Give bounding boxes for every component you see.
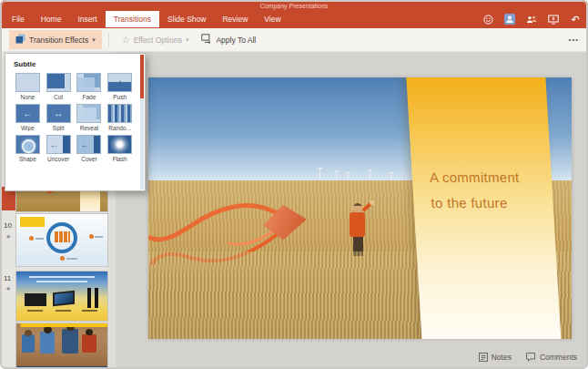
child-head bbox=[353, 203, 362, 212]
tab-transitions[interactable]: Transitions bbox=[106, 11, 159, 27]
thumb-speaker bbox=[95, 288, 98, 308]
header-icons: ↶ bbox=[482, 14, 581, 25]
gallery-scrollbar-thumb[interactable] bbox=[140, 55, 144, 98]
tile-label: Push bbox=[106, 94, 134, 100]
wind-turbine bbox=[319, 169, 320, 180]
transition-tile-shape[interactable]: Shape bbox=[14, 135, 42, 162]
current-slide[interactable]: A commitment to the future bbox=[148, 77, 572, 339]
user-presence-icon[interactable] bbox=[504, 14, 515, 25]
split-transition-icon: ↔ bbox=[46, 104, 71, 123]
infographic-dash bbox=[95, 236, 103, 238]
effect-options-label: Effect Options bbox=[134, 36, 182, 45]
effect-options-button[interactable]: ☆ Effect Options ▾ bbox=[116, 32, 196, 48]
comments-label: Comments bbox=[540, 353, 577, 362]
tab-file[interactable]: File bbox=[4, 11, 33, 27]
child-hand bbox=[370, 200, 374, 205]
slide-editing-canvas: A commitment to the future Notes Comment… bbox=[116, 52, 588, 369]
thumb-person-head bbox=[86, 329, 93, 335]
tile-label: Split bbox=[45, 125, 73, 131]
ribbon-tab-row: File Home Insert Transitions Slide Show … bbox=[4, 10, 581, 28]
transition-tile-random[interactable]: Rando... bbox=[106, 104, 134, 131]
infographic-dash bbox=[35, 238, 44, 240]
thumb-person bbox=[22, 334, 35, 353]
thumb-person-head bbox=[44, 326, 52, 333]
infographic-dot bbox=[60, 256, 65, 261]
tab-view[interactable]: View bbox=[256, 11, 289, 27]
slide-number-11: 11 bbox=[4, 274, 11, 282]
chevron-down-icon: ▾ bbox=[186, 36, 189, 44]
tile-label: None bbox=[14, 94, 42, 100]
tile-label: Fade bbox=[76, 94, 104, 100]
window-title: Company Presentations bbox=[0, 0, 588, 9]
apply-to-all-label: Apply To All bbox=[216, 36, 256, 45]
transition-effects-button[interactable]: Transition Effects ▾ bbox=[9, 30, 102, 49]
notes-button[interactable]: Notes bbox=[479, 353, 512, 362]
transition-tile-wipe[interactable]: ← Wipe bbox=[14, 104, 42, 131]
transition-tile-none[interactable]: None bbox=[14, 73, 42, 100]
chevron-down-icon: ▾ bbox=[92, 36, 96, 44]
gallery-section-title: Subtle bbox=[5, 54, 145, 68]
transition-effects-label: Transition Effects bbox=[29, 36, 88, 45]
slide-title-text: A commitment to the future bbox=[429, 165, 553, 216]
infographic-dash bbox=[66, 258, 77, 260]
child-shirt bbox=[350, 212, 365, 237]
transition-star-icon: ★ bbox=[5, 285, 11, 292]
transition-tile-cut[interactable]: Cut bbox=[45, 73, 73, 100]
thumb-product-label bbox=[27, 310, 43, 312]
undo-icon[interactable]: ↶ bbox=[570, 14, 581, 25]
thumb-title-line bbox=[36, 281, 87, 282]
push-transition-icon: ↑ bbox=[107, 73, 132, 92]
cut-transition-icon bbox=[46, 73, 71, 92]
notes-label: Notes bbox=[492, 353, 512, 362]
wind-turbine bbox=[336, 171, 337, 180]
transition-tile-cover[interactable]: ← Cover bbox=[76, 135, 104, 162]
transition-tile-split[interactable]: ↔ Split bbox=[45, 104, 73, 131]
present-display-icon[interactable] bbox=[548, 14, 559, 25]
toolbar-overflow-button[interactable]: ••• bbox=[569, 36, 579, 44]
cover-transition-icon: ← bbox=[76, 135, 101, 154]
thumb-title-line bbox=[29, 276, 95, 278]
toolbar-divider bbox=[108, 33, 109, 47]
thumb-person bbox=[82, 334, 96, 353]
tile-label: Rando... bbox=[106, 125, 134, 131]
tab-insert[interactable]: Insert bbox=[69, 11, 105, 27]
slide-10-thumbnail[interactable] bbox=[16, 272, 107, 321]
transition-tile-push[interactable]: ↑ Push bbox=[106, 73, 134, 100]
thumb-product-label bbox=[56, 310, 71, 312]
shape-transition-icon bbox=[15, 135, 40, 154]
feedback-smiley-icon[interactable] bbox=[482, 14, 493, 25]
comments-icon bbox=[526, 353, 536, 362]
slide-title-line2: to the future bbox=[431, 190, 554, 216]
share-icon[interactable] bbox=[526, 14, 537, 25]
wipe-transition-icon: ← bbox=[15, 104, 40, 123]
tab-slide-show[interactable]: Slide Show bbox=[159, 11, 215, 27]
tab-home[interactable]: Home bbox=[33, 11, 70, 27]
infographic-grid bbox=[55, 231, 70, 242]
infographic-tag bbox=[20, 217, 45, 227]
transitions-toolbar: Transition Effects ▾ ☆ Effect Options ▾ … bbox=[0, 28, 588, 52]
slide-9-thumbnail[interactable] bbox=[16, 214, 107, 266]
tile-label: Shape bbox=[14, 156, 42, 162]
status-bar: Notes Comments bbox=[479, 353, 577, 362]
tile-label: Uncover bbox=[45, 156, 73, 162]
gallery-scrollbar[interactable] bbox=[140, 55, 144, 190]
transition-tiles-grid: None Cut Fade ↑ Push ← Wipe ↔ Split bbox=[5, 68, 145, 162]
transition-tile-uncover[interactable]: ← Uncover bbox=[45, 135, 73, 162]
thumb-speaker bbox=[87, 288, 91, 308]
slide-title-banner: A commitment to the future bbox=[406, 77, 562, 339]
tile-label: Cut bbox=[45, 94, 73, 100]
title-bar: Company Presentations File Home Insert T… bbox=[0, 0, 588, 28]
thumb-caption-banner bbox=[20, 323, 107, 327]
tile-label: Flash bbox=[106, 156, 134, 162]
transition-tile-fade[interactable]: Fade bbox=[76, 73, 104, 100]
thumb-person bbox=[40, 332, 55, 354]
apply-to-all-button[interactable]: Apply To All bbox=[195, 30, 262, 49]
transition-tile-reveal[interactable]: Reveal bbox=[76, 104, 104, 131]
transition-effects-icon bbox=[15, 34, 25, 46]
effect-options-star-icon: ☆ bbox=[122, 36, 130, 45]
comments-button[interactable]: Comments bbox=[526, 353, 577, 362]
notes-icon bbox=[479, 353, 488, 362]
slide-11-thumbnail[interactable] bbox=[16, 323, 107, 369]
tab-review[interactable]: Review bbox=[214, 11, 256, 27]
transition-tile-flash[interactable]: Flash bbox=[106, 135, 134, 162]
